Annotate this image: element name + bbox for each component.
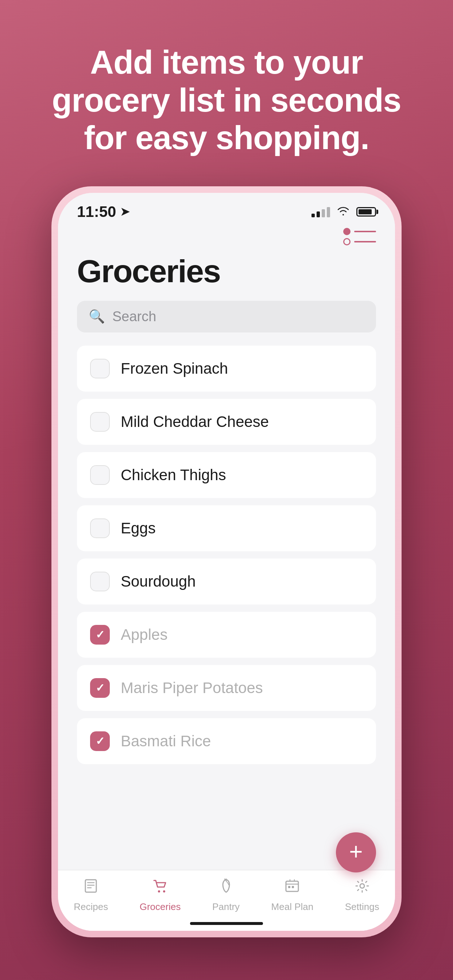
list-item[interactable]: Maris Piper Potatoes bbox=[77, 665, 376, 711]
navigation-arrow-icon: ➤ bbox=[120, 205, 129, 218]
groceries-icon bbox=[152, 878, 169, 898]
checkbox-frozen-spinach[interactable] bbox=[90, 359, 110, 379]
hero-title: Add items to your grocery list in second… bbox=[0, 0, 453, 186]
home-indicator bbox=[58, 923, 395, 931]
wifi-icon bbox=[337, 205, 350, 218]
checkbox-chicken-thighs[interactable] bbox=[90, 465, 110, 485]
phone-screen: 11:50 ➤ bbox=[58, 193, 395, 931]
tab-groceries-label: Groceries bbox=[140, 901, 181, 913]
item-label-maris-piper: Maris Piper Potatoes bbox=[121, 679, 263, 697]
recipes-icon bbox=[83, 878, 99, 898]
tab-settings[interactable]: Settings bbox=[338, 878, 387, 913]
item-label-chicken-thighs: Chicken Thighs bbox=[121, 466, 226, 484]
list-item[interactable]: Basmati Rice bbox=[77, 718, 376, 764]
tab-bar: Recipes Groceries bbox=[58, 870, 395, 923]
status-icons bbox=[311, 205, 376, 218]
signal-icon bbox=[311, 206, 330, 217]
home-bar bbox=[190, 922, 263, 925]
list-item[interactable]: Apples bbox=[77, 612, 376, 658]
tab-meal-plan-label: Meal Plan bbox=[271, 901, 314, 913]
search-input[interactable]: Search bbox=[112, 309, 156, 325]
item-label-eggs: Eggs bbox=[121, 520, 156, 537]
top-toolbar bbox=[58, 224, 395, 245]
item-label-sourdough: Sourdough bbox=[121, 573, 196, 590]
time-display: 11:50 bbox=[77, 203, 116, 221]
plus-icon: + bbox=[349, 840, 362, 863]
list-item[interactable]: Eggs bbox=[77, 505, 376, 551]
tab-recipes-label: Recipes bbox=[74, 901, 108, 913]
item-label-frozen-spinach: Frozen Spinach bbox=[121, 360, 228, 377]
battery-icon bbox=[356, 207, 376, 216]
list-item[interactable]: Sourdough bbox=[77, 558, 376, 605]
svg-point-5 bbox=[163, 890, 165, 892]
svg-rect-0 bbox=[85, 880, 96, 892]
filter-line-1 bbox=[354, 231, 376, 232]
tab-groceries[interactable]: Groceries bbox=[132, 878, 188, 913]
search-icon: 🔍 bbox=[89, 309, 105, 324]
status-bar: 11:50 ➤ bbox=[58, 193, 395, 224]
page-title: Groceries bbox=[77, 245, 376, 301]
filter-circle-2 bbox=[343, 238, 351, 245]
item-label-basmati-rice: Basmati Rice bbox=[121, 732, 211, 750]
filter-circle-1 bbox=[343, 228, 351, 235]
checkbox-apples[interactable] bbox=[90, 625, 110, 644]
item-label-apples: Apples bbox=[121, 626, 167, 643]
list-item[interactable]: Chicken Thighs bbox=[77, 452, 376, 498]
list-item[interactable]: Frozen Spinach bbox=[77, 345, 376, 391]
meal-plan-icon bbox=[284, 878, 301, 898]
svg-point-14 bbox=[360, 884, 364, 888]
filter-line-2 bbox=[354, 241, 376, 242]
svg-point-4 bbox=[158, 890, 160, 892]
checkbox-eggs[interactable] bbox=[90, 519, 110, 538]
svg-rect-12 bbox=[288, 886, 290, 888]
filter-button[interactable] bbox=[343, 228, 376, 245]
tab-settings-label: Settings bbox=[345, 901, 379, 913]
add-item-button[interactable]: + bbox=[336, 832, 376, 872]
list-item[interactable]: Mild Cheddar Cheese bbox=[77, 399, 376, 445]
tab-pantry[interactable]: Pantry bbox=[205, 878, 247, 913]
phone-frame: 11:50 ➤ bbox=[51, 186, 402, 937]
settings-icon bbox=[354, 878, 370, 898]
main-content: Groceries 🔍 Search Frozen Spinach Mild C… bbox=[58, 245, 395, 870]
tab-meal-plan[interactable]: Meal Plan bbox=[264, 878, 321, 913]
pantry-icon bbox=[218, 878, 234, 898]
item-label-mild-cheddar: Mild Cheddar Cheese bbox=[121, 413, 269, 431]
checkbox-sourdough[interactable] bbox=[90, 572, 110, 591]
tab-recipes[interactable]: Recipes bbox=[66, 878, 115, 913]
search-bar[interactable]: 🔍 Search bbox=[77, 301, 376, 332]
checkbox-basmati-rice[interactable] bbox=[90, 731, 110, 751]
tab-pantry-label: Pantry bbox=[212, 901, 239, 913]
svg-rect-13 bbox=[292, 886, 294, 888]
grocery-list: Frozen Spinach Mild Cheddar Cheese Chick… bbox=[77, 345, 376, 764]
checkbox-maris-piper[interactable] bbox=[90, 678, 110, 698]
status-time: 11:50 ➤ bbox=[77, 203, 129, 221]
checkbox-mild-cheddar[interactable] bbox=[90, 412, 110, 432]
